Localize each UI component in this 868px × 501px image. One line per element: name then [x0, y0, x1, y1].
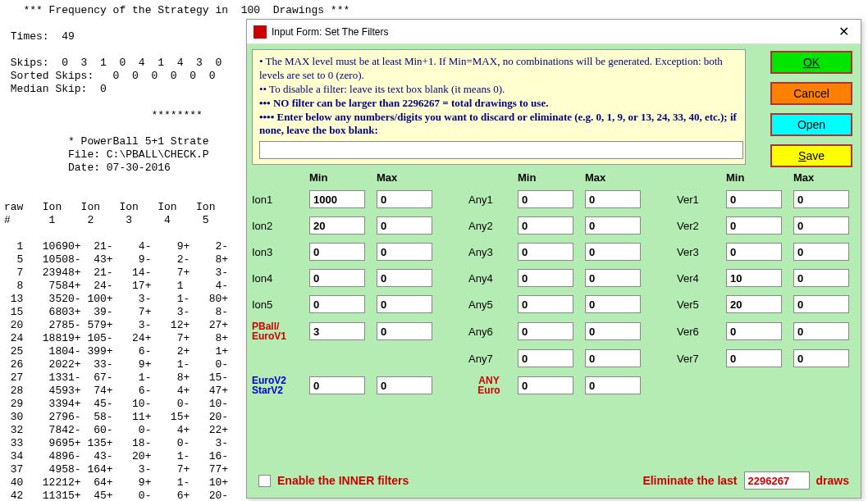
eurov2-min[interactable] [309, 376, 365, 394]
anyeuro-max[interactable] [585, 376, 641, 394]
any6-label: Any6 [468, 326, 509, 338]
anyeuro-label: ANY Euro [468, 376, 509, 395]
ver1-max[interactable] [793, 190, 849, 208]
hdr-min-2: Min [518, 171, 577, 184]
ver7-max[interactable] [793, 349, 849, 367]
ver1-min[interactable] [726, 190, 782, 208]
any4-max[interactable] [585, 269, 641, 287]
any5-min[interactable] [518, 295, 573, 313]
enable-inner-checkbox[interactable] [258, 475, 271, 487]
ion5-min[interactable] [309, 295, 365, 313]
hdr-max-1: Max [377, 171, 436, 184]
ok-button[interactable]: OK [770, 51, 852, 74]
ion4-min[interactable] [309, 269, 365, 287]
pball-max[interactable] [377, 322, 432, 340]
enable-inner-label: Enable the INNER filters [277, 474, 409, 487]
draws-label: draws [816, 474, 849, 487]
ver4-label: Ver4 [677, 272, 718, 285]
any3-label: Any3 [468, 246, 509, 258]
cancel-button[interactable]: Cancel [770, 82, 852, 105]
ver4-max[interactable] [793, 269, 849, 287]
ion2-max[interactable] [377, 216, 432, 235]
ver3-max[interactable] [793, 243, 849, 261]
any5-label: Any5 [468, 298, 509, 311]
ver2-label: Ver2 [677, 220, 718, 232]
pball-min[interactable] [309, 322, 365, 340]
pball-label: PBall/ EuroV1 [252, 321, 301, 341]
hdr-min-3: Min [726, 171, 785, 184]
ion2-label: Ion2 [252, 220, 301, 232]
any4-label: Any4 [468, 272, 509, 285]
filter-grid: Min Max Min Max Min Max Ion1 Any1 Ver1 [252, 171, 856, 395]
any5-max[interactable] [585, 295, 641, 313]
info-line-3: ••• NO filter can be larger than 2296267… [259, 97, 738, 111]
ver2-max[interactable] [793, 216, 849, 235]
any2-label: Any2 [468, 220, 509, 232]
info-line-1: • The MAX level must be at least Min+1. … [259, 55, 738, 83]
ion2-min[interactable] [309, 216, 365, 235]
ver6-min[interactable] [726, 322, 782, 340]
ver3-label: Ver3 [677, 246, 718, 258]
ion3-max[interactable] [377, 243, 432, 261]
any3-min[interactable] [518, 243, 573, 261]
ver7-min[interactable] [726, 349, 782, 367]
ion1-label: Ion1 [252, 194, 301, 206]
any7-max[interactable] [585, 349, 641, 367]
dialog-title: Input Form: Set The Filters [272, 26, 389, 38]
any1-min[interactable] [518, 190, 573, 208]
any6-min[interactable] [518, 322, 573, 340]
ver3-min[interactable] [726, 243, 782, 261]
save-button[interactable]: Save [770, 144, 852, 167]
app-icon [254, 25, 267, 39]
ion4-label: Ion4 [252, 272, 301, 285]
filter-dialog: Input Form: Set The Filters ✕ • The MAX … [246, 19, 861, 499]
any7-label: Any7 [468, 353, 509, 365]
any1-label: Any1 [468, 194, 509, 206]
dialog-titlebar: Input Form: Set The Filters ✕ [247, 20, 861, 44]
ver6-max[interactable] [793, 322, 849, 340]
info-line-4: •••• Enter below any numbers/digits you … [259, 111, 738, 139]
any7-min[interactable] [518, 349, 573, 367]
ion5-label: Ion5 [252, 298, 301, 311]
ver2-min[interactable] [726, 216, 782, 235]
eurov2-label: EuroV2 StarV2 [252, 376, 301, 395]
eliminate-label: Eliminate the last [642, 474, 737, 487]
ver4-min[interactable] [726, 269, 782, 287]
eurov2-max[interactable] [377, 376, 432, 394]
ion3-min[interactable] [309, 243, 365, 261]
any1-max[interactable] [585, 190, 641, 208]
info-line-2: •• To disable a filter: leave its text b… [259, 83, 738, 97]
ion1-max[interactable] [377, 190, 432, 208]
open-button[interactable]: Open [770, 113, 852, 136]
any6-max[interactable] [585, 322, 641, 340]
ion3-label: Ion3 [252, 246, 301, 258]
any4-min[interactable] [518, 269, 573, 287]
ion5-max[interactable] [377, 295, 432, 313]
hdr-max-3: Max [793, 171, 852, 184]
info-panel: • The MAX level must be at least Min+1. … [252, 49, 746, 165]
hdr-max-2: Max [585, 171, 644, 184]
close-icon[interactable]: ✕ [834, 24, 854, 39]
ion4-max[interactable] [377, 269, 432, 287]
any3-max[interactable] [585, 243, 641, 261]
ver5-max[interactable] [793, 295, 849, 313]
ver7-label: Ver7 [677, 353, 718, 365]
discard-input[interactable] [259, 141, 743, 159]
any2-max[interactable] [585, 216, 641, 235]
ver1-label: Ver1 [677, 194, 718, 206]
hdr-min-1: Min [309, 171, 368, 184]
ion1-min[interactable] [309, 190, 365, 208]
ver6-label: Ver6 [677, 326, 718, 338]
ver5-min[interactable] [726, 295, 782, 313]
any2-min[interactable] [518, 216, 573, 235]
anyeuro-min[interactable] [518, 376, 573, 394]
eliminate-input[interactable] [744, 471, 810, 490]
ver5-label: Ver5 [677, 298, 718, 311]
